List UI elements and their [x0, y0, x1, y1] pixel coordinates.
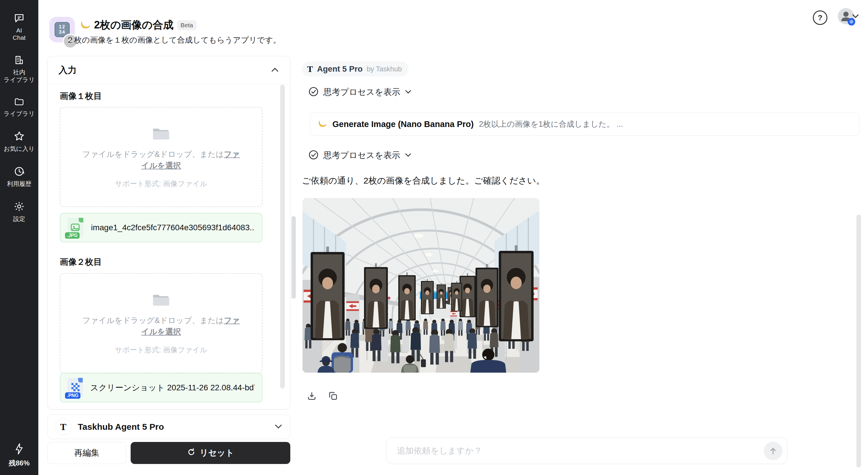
credits-label: 残86%	[9, 459, 30, 468]
account-chevron-down-icon[interactable]	[852, 13, 859, 20]
image-actions	[307, 391, 339, 403]
page-title-row: 2枚の画像の合成 Beta	[80, 18, 196, 32]
tool-summary: 2枚以上の画像を1枚に合成しました。 ...	[479, 119, 623, 129]
sidebar-item-history[interactable]: 利用履歴	[1, 166, 38, 187]
model-selector[interactable]: T Taskhub Agent 5 Pro	[47, 415, 290, 439]
generated-image[interactable]	[303, 198, 539, 373]
drop-support-text: サポート形式: 画像ファイル	[115, 179, 207, 189]
reedit-button[interactable]: 再編集	[47, 442, 126, 464]
banana-icon	[80, 20, 91, 31]
sidebar-item-label: AI Chat	[13, 27, 26, 41]
collapse-chevron-up-icon[interactable]	[271, 67, 279, 74]
model-chevron-down-icon	[274, 423, 282, 430]
reedit-label: 再編集	[74, 447, 100, 459]
chat-bubble-icon	[13, 12, 25, 24]
input-panel-header[interactable]: 入力	[48, 56, 290, 84]
tool-title: Generate Image (Nano Banana Pro)	[332, 120, 474, 129]
tool-call-card[interactable]: Generate Image (Nano Banana Pro) 2枚以上の画像…	[310, 112, 859, 136]
dropzone-image2[interactable]: ファイルをドラッグ&ドロップ、またはファイルを選択 サポート形式: 画像ファイル	[60, 273, 262, 373]
composer	[386, 437, 787, 464]
assistant-message: ご依頼の通り、2枚の画像を合成しました。ご確認ください。	[302, 175, 545, 187]
taskhub-logo-icon: T	[307, 64, 313, 74]
lightning-icon	[14, 443, 24, 456]
input-panel-title: 入力	[59, 64, 76, 76]
sidebar-item-label: 設定	[13, 215, 25, 223]
agent-name: Agent 5 Pro	[317, 64, 363, 74]
taskhub-logo-icon: T	[55, 419, 71, 435]
sidebar-item-label: お気に入り	[4, 145, 35, 152]
sidebar-item-favorites[interactable]: お気に入り	[1, 131, 38, 152]
app-subtitle: ２枚の画像を１枚の画像として合成してもらうアプリです。	[66, 35, 281, 45]
thinking-toggle-2[interactable]: 思考プロセスを表示	[308, 149, 412, 161]
thinking-toggle-1[interactable]: 思考プロセスを表示	[308, 87, 412, 98]
jpg-file-icon: .JPG	[67, 218, 83, 238]
history-clock-icon	[13, 166, 25, 177]
model-label: Taskhub Agent 5 Pro	[78, 422, 274, 432]
star-icon	[13, 131, 25, 142]
download-icon[interactable]	[307, 391, 317, 403]
office-building-icon	[13, 55, 25, 66]
folder-upload-icon	[152, 292, 170, 308]
uploaded-file-image1[interactable]: .JPG image1_4c2fce5fc777604e305693f1d640…	[60, 213, 262, 242]
sidebar-item-settings[interactable]: 設定	[1, 201, 38, 223]
check-circle-icon	[308, 149, 319, 161]
page-title: 2枚の画像の合成	[94, 18, 174, 32]
drop-text: ファイルをドラッグ&ドロップ、または	[83, 150, 224, 159]
panel-scrollbar[interactable]	[280, 85, 285, 388]
composer-input[interactable]	[386, 446, 787, 455]
app-icon-digits: 12	[59, 24, 66, 30]
uploaded-file-image2[interactable]: .PNG スクリーンショット 2025-11-26 22.08.44-bd7..…	[60, 373, 262, 403]
thinking-chevron-down-icon	[405, 89, 412, 95]
content-scrollbar[interactable]	[291, 216, 296, 299]
input-panel: 入力 画像１枚目 ファイルをドラッグ&ドロップ、またはファイルを選択 サポート形…	[47, 56, 290, 409]
drop-support-text: サポート形式: 画像ファイル	[115, 345, 207, 355]
sidebar-item-company-library[interactable]: 社内 ライブラリ	[1, 55, 38, 83]
sidebar: AI Chat 社内 ライブラリ ライブラリ お気に入り 利用履歴	[0, 0, 38, 475]
thinking-label: 思考プロセスを表示	[323, 87, 400, 98]
sidebar-item-label: 利用履歴	[7, 180, 31, 187]
agent-byline: by Taskhub	[367, 65, 402, 73]
png-file-icon: .PNG	[67, 378, 83, 398]
folder-icon	[13, 97, 25, 107]
drop-text: ファイルをドラッグ&ドロップ、または	[83, 316, 224, 325]
agent-badge: T Agent 5 Pro by Taskhub	[302, 62, 409, 76]
page-scrollbar[interactable]	[857, 214, 861, 468]
file-ext-badge: .PNG	[65, 392, 81, 399]
beta-badge: Beta	[177, 20, 196, 30]
section-label-image1: 画像１枚目	[60, 91, 102, 102]
help-button[interactable]: ?	[813, 10, 827, 25]
credits-indicator[interactable]: 残86%	[0, 443, 38, 468]
dropzone-image1[interactable]: ファイルをドラッグ&ドロップ、またはファイルを選択 サポート形式: 画像ファイル	[60, 107, 262, 207]
send-button[interactable]	[764, 442, 782, 460]
reset-label: リセット	[200, 447, 234, 459]
banana-icon	[318, 119, 327, 129]
app-icon-digits: 34	[59, 30, 66, 35]
section-label-image2: 画像２枚目	[60, 256, 102, 268]
reset-button[interactable]: リセット	[131, 442, 290, 464]
reset-refresh-icon	[187, 448, 196, 459]
file-ext-badge: .JPG	[65, 232, 80, 239]
check-circle-icon	[308, 87, 319, 98]
file-name: image1_4c2fce5fc777604e305693f1d64083...	[91, 223, 255, 232]
sidebar-item-ai-chat[interactable]: AI Chat	[1, 12, 38, 41]
sidebar-item-label: 社内 ライブラリ	[3, 68, 35, 83]
folder-upload-icon	[152, 126, 170, 142]
sidebar-item-library[interactable]: ライブラリ	[1, 97, 38, 117]
file-name: スクリーンショット 2025-11-26 22.08.44-bd7...	[90, 382, 255, 393]
gear-icon	[13, 201, 25, 212]
thinking-label: 思考プロセスを表示	[323, 149, 400, 161]
copy-icon[interactable]	[328, 391, 339, 403]
sidebar-item-label: ライブラリ	[3, 110, 35, 117]
help-glyph: ?	[818, 13, 823, 22]
thinking-chevron-down-icon	[405, 152, 412, 159]
